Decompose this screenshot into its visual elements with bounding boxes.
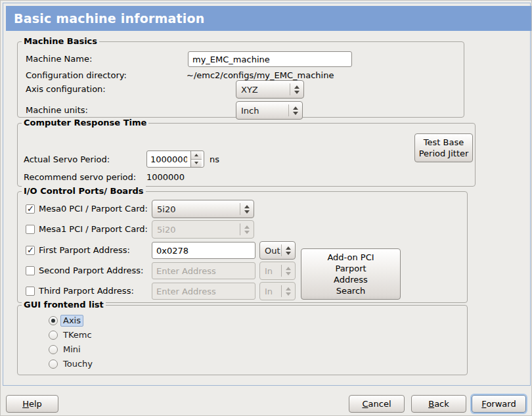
gui-frontend-frame-label: GUI frontend list [22,300,106,310]
io-ports-frame-label: I/O Control Ports/ Boards [22,186,146,196]
machine-units-dropdown[interactable]: Inch [236,101,303,120]
mesa0-card-dropdown[interactable]: 5i20 [152,200,254,218]
recommend-period-value: 1000000 [146,172,185,183]
mesa0-label: Mesa0 PCI / Parport Card: [39,204,148,214]
radio-mini-label[interactable]: Mini [63,344,81,355]
help-button[interactable]: Help [6,395,58,413]
chevron-updown-icon [290,85,303,94]
page-header: Basic machine information [6,6,532,31]
axis-configuration-dropdown[interactable]: XYZ [236,80,304,99]
second-parport-address-input [152,262,255,279]
mesa0-checkbox[interactable] [26,204,35,214]
radio-touchy[interactable] [49,359,58,369]
chevron-updown-icon [282,287,295,296]
machine-units-label: Machine units: [26,105,88,116]
mesa1-card-dropdown: 5i20 [152,220,254,239]
test-base-period-jitter-button[interactable]: Test Base Period Jitter [414,133,473,162]
servo-period-unit: ns [210,154,219,165]
wizard-window: Basic machine information Machine Basics… [0,0,532,416]
back-button[interactable]: Back [411,395,466,413]
third-parport-direction-dropdown: In [259,282,296,300]
radio-mini[interactable] [49,345,58,354]
third-parport-label: Third Parport Address: [39,286,134,296]
config-directory-label: Configuration directory: [26,70,127,81]
second-parport-label: Second Parport Address: [39,266,143,276]
spin-down-button[interactable] [191,160,202,168]
spin-up-button[interactable] [191,151,202,160]
chevron-updown-icon [240,205,254,214]
first-parport-address-input[interactable] [152,242,255,259]
machine-name-input[interactable] [188,51,352,67]
cancel-button[interactable]: Cancel [349,395,405,413]
chevron-updown-icon [240,225,254,234]
chevron-updown-icon [289,106,302,115]
first-parport-checkbox[interactable] [26,246,35,255]
servo-period-spinbox[interactable] [146,150,204,168]
servo-period-label: Actual Servo Period: [24,154,110,165]
axis-configuration-label: Axis configuration: [26,84,106,95]
machine-basics-frame-label: Machine Basics [22,36,99,47]
chevron-updown-icon [282,267,295,275]
servo-period-input[interactable] [147,151,190,167]
radio-touchy-label[interactable]: Touchy [63,359,93,369]
first-parport-label: First Parport Address: [39,245,130,256]
config-directory-value: ~/emc2/configs/my_EMC_machine [187,70,334,81]
radio-axis[interactable] [49,316,58,325]
recommend-period-label: Recommend servo period: [24,172,136,183]
mesa1-checkbox[interactable] [26,225,35,234]
radio-tkemc[interactable] [49,331,58,340]
forward-button[interactable]: Forward [472,395,526,413]
third-parport-checkbox[interactable] [26,287,35,296]
addon-pci-parport-search-button[interactable]: Add-on PCI Parport Address Search [301,248,401,300]
second-parport-direction-dropdown: In [259,262,296,280]
page-title: Basic machine information [14,6,204,31]
response-time-frame-label: Computer Response Time [22,118,148,128]
second-parport-checkbox[interactable] [26,266,35,275]
chevron-updown-icon [282,246,295,255]
first-parport-direction-dropdown[interactable]: Out [259,241,296,260]
radio-tkemc-label[interactable]: TKemc [63,330,92,340]
third-parport-address-input [152,283,255,300]
mesa1-label: Mesa1 PCI / Parport Card: [39,224,148,235]
radio-axis-label[interactable]: Axis [60,315,83,327]
machine-name-label: Machine Name: [26,54,92,64]
